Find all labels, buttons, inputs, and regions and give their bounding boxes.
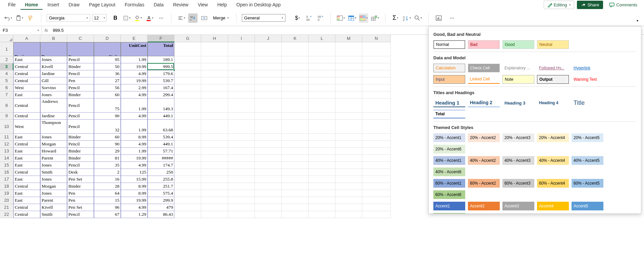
cell-I11[interactable] — [228, 134, 255, 141]
cell-E16[interactable]: 125 — [121, 169, 148, 176]
col-header-E[interactable]: E — [121, 35, 148, 42]
cell-G20[interactable] — [174, 197, 201, 204]
cell-M7[interactable] — [335, 91, 362, 99]
cell-G15[interactable] — [174, 162, 201, 169]
more-commands-button[interactable]: ⋯ — [447, 13, 457, 23]
cell-A1[interactable]: Region — [13, 42, 40, 56]
cell-J14[interactable] — [255, 155, 282, 162]
cell-J18[interactable] — [255, 183, 282, 190]
find-button[interactable]: ▾ — [414, 13, 423, 23]
cell-D20[interactable]: 15 — [94, 197, 121, 204]
style-20-accent4[interactable]: 20% - Accent4 — [537, 133, 569, 142]
cell-C6[interactable]: Pencil — [67, 84, 94, 91]
cell-C18[interactable]: Binder — [67, 183, 94, 190]
style-input[interactable]: Input — [433, 75, 465, 84]
style-60-accent5[interactable]: 60% - Accent5 — [572, 179, 603, 188]
cell-K17[interactable] — [282, 176, 309, 183]
row-header-15[interactable]: 15 — [0, 162, 13, 169]
cell-B21[interactable]: Kivell — [40, 204, 67, 211]
cell-H18[interactable] — [201, 183, 228, 190]
bold-button[interactable]: B — [111, 13, 120, 23]
style-20-accent2[interactable]: 20% - Accent2 — [468, 133, 500, 142]
cell-C16[interactable]: Desk — [67, 169, 94, 176]
cell-D8[interactable]: 75 — [94, 99, 121, 113]
cell-E14[interactable]: 19.99 — [121, 155, 148, 162]
cell-M6[interactable] — [335, 84, 362, 91]
cell-E17[interactable]: 15.99 — [121, 176, 148, 183]
cell-N5[interactable] — [362, 77, 391, 84]
cell-D22[interactable]: 67 — [94, 211, 121, 218]
cell-L19[interactable] — [309, 190, 335, 197]
style-20-accent1[interactable]: 20% - Accent1 — [433, 133, 465, 142]
cell-E20[interactable]: 19.99 — [121, 197, 148, 204]
col-header-H[interactable]: H — [201, 35, 228, 42]
cell-J11[interactable] — [255, 134, 282, 141]
cell-L8[interactable] — [309, 99, 335, 113]
cell-C19[interactable]: Pen — [67, 190, 94, 197]
cell-C5[interactable]: Pen — [67, 77, 94, 84]
cell-B15[interactable]: Jones — [40, 162, 67, 169]
cell-L2[interactable] — [309, 56, 335, 63]
cell-D13[interactable]: 29 — [94, 148, 121, 155]
cell-J13[interactable] — [255, 148, 282, 155]
cell-N21[interactable] — [362, 204, 391, 211]
cell-L15[interactable] — [309, 162, 335, 169]
cell-A21[interactable]: Central — [13, 204, 40, 211]
cell-N19[interactable] — [362, 190, 391, 197]
cell-L5[interactable] — [309, 77, 335, 84]
cell-M22[interactable] — [335, 211, 362, 218]
cell-M14[interactable] — [335, 155, 362, 162]
cell-J12[interactable] — [255, 141, 282, 148]
cell-K13[interactable] — [282, 148, 309, 155]
cell-D3[interactable]: 50 — [94, 63, 121, 70]
cell-A16[interactable]: Central — [13, 169, 40, 176]
cell-C7[interactable]: Binder — [67, 91, 94, 99]
cell-L21[interactable] — [309, 204, 335, 211]
cell-G1[interactable] — [174, 42, 201, 56]
cell-B3[interactable]: Kivell — [40, 63, 67, 70]
cell-K14[interactable] — [282, 155, 309, 162]
cell-I17[interactable] — [228, 176, 255, 183]
decrease-decimal-button[interactable]: .0.00 — [304, 13, 314, 23]
cell-H15[interactable] — [201, 162, 228, 169]
cell-D12[interactable]: 90 — [94, 141, 121, 148]
cell-A20[interactable]: East — [13, 197, 40, 204]
cell-J4[interactable] — [255, 70, 282, 77]
col-header-G[interactable]: G — [174, 35, 201, 42]
cell-E9[interactable]: 4.99 — [121, 113, 148, 120]
cell-A9[interactable]: Central — [13, 113, 40, 120]
fill-color-button[interactable]: ▾ — [133, 13, 143, 23]
cell-N16[interactable] — [362, 169, 391, 176]
cell-I6[interactable] — [228, 84, 255, 91]
cell-B10[interactable]: Thompson — [40, 120, 67, 134]
cell-E6[interactable]: 2.99 — [121, 84, 148, 91]
cell-I8[interactable] — [228, 99, 255, 113]
cell-K3[interactable] — [282, 63, 309, 70]
style-40-accent6[interactable]: 40% - Accent6 — [433, 168, 465, 176]
insert-cells-button[interactable]: ▾ — [370, 13, 380, 23]
font-select[interactable]: Georgia▾ — [47, 14, 90, 22]
cell-J3[interactable] — [255, 63, 282, 70]
cell-H9[interactable] — [201, 113, 228, 120]
cell-L10[interactable] — [309, 120, 335, 134]
style-accent6[interactable]: Accent6 — [433, 213, 465, 214]
style-calculation[interactable]: Calculation — [433, 64, 465, 72]
cell-E2[interactable]: 1.99 — [121, 56, 148, 63]
cell-F21[interactable]: 479 — [148, 204, 174, 211]
cell-J21[interactable] — [255, 204, 282, 211]
cell-L13[interactable] — [309, 148, 335, 155]
cell-I19[interactable] — [228, 190, 255, 197]
cell-K20[interactable] — [282, 197, 309, 204]
style-heading-4[interactable]: Heading 4 — [537, 99, 569, 107]
cell-E13[interactable]: 1.99 — [121, 148, 148, 155]
cell-A12[interactable]: Central — [13, 141, 40, 148]
cell-B22[interactable]: Smith — [40, 211, 67, 218]
cell-G17[interactable] — [174, 176, 201, 183]
menu-view[interactable]: View — [193, 0, 213, 10]
cell-F13[interactable]: 57.71 — [148, 148, 174, 155]
cell-I13[interactable] — [228, 148, 255, 155]
cell-J8[interactable] — [255, 99, 282, 113]
cell-F22[interactable]: 86.43 — [148, 211, 174, 218]
cell-B11[interactable]: Jones — [40, 134, 67, 141]
col-header-D[interactable]: D — [94, 35, 121, 42]
